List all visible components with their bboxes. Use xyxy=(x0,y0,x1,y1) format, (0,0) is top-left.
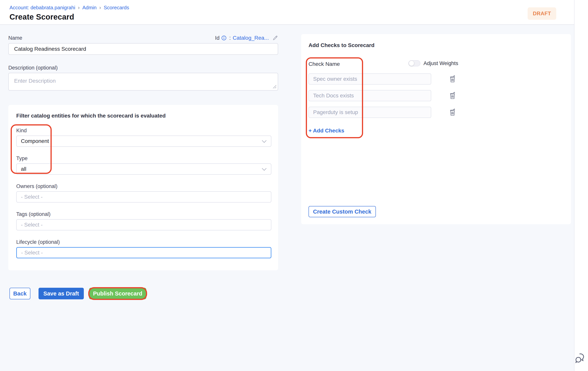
page-title: Create Scorecard xyxy=(10,13,574,21)
type-value: all xyxy=(21,166,26,172)
owners-select[interactable]: - Select - xyxy=(16,191,271,202)
trash-icon xyxy=(449,75,456,84)
breadcrumb-scorecards-link[interactable]: Scorecards xyxy=(104,5,129,11)
check-row xyxy=(308,73,564,85)
check-name-input[interactable] xyxy=(308,90,431,101)
scorecard-form: Name Id : Catalog_Rea... Description (op… xyxy=(8,35,278,299)
filter-section-title: Filter catalog entities for which the sc… xyxy=(16,113,271,119)
page-header: Account: debabrata.panigrahi › Admin › S… xyxy=(0,0,574,25)
kind-field: Kind Component xyxy=(16,127,271,147)
chevron-down-icon xyxy=(262,166,267,172)
scroll-gutter xyxy=(574,0,588,371)
tags-placeholder: - Select - xyxy=(21,222,42,228)
id-label: Id xyxy=(215,35,220,41)
type-label: Type xyxy=(16,156,271,161)
owners-label: Owners (optional) xyxy=(16,183,271,189)
breadcrumb-admin-link[interactable]: Admin xyxy=(82,5,97,11)
type-field: Type all xyxy=(16,156,271,175)
publish-scorecard-button[interactable]: Publish Scorecard xyxy=(89,288,146,299)
save-as-draft-button[interactable]: Save as Draft xyxy=(39,288,84,299)
trash-icon xyxy=(449,108,456,117)
check-name-column-header: Check Name xyxy=(308,61,340,67)
add-checks-card: Add Checks to Scorecard Check Name Adjus… xyxy=(301,34,571,224)
trash-icon xyxy=(449,91,456,100)
description-textarea[interactable] xyxy=(8,73,278,91)
lifecycle-label: Lifecycle (optional) xyxy=(16,239,271,245)
pencil-icon[interactable] xyxy=(272,35,278,41)
check-row xyxy=(308,107,564,118)
id-row: Id : Catalog_Rea... xyxy=(215,35,278,41)
breadcrumb-account-link[interactable]: Account: debabrata.panigrahi xyxy=(10,5,75,11)
info-icon[interactable] xyxy=(221,35,226,41)
form-actions: Back Save as Draft Publish Scorecard xyxy=(10,288,278,299)
owners-field: Owners (optional) - Select - xyxy=(16,183,271,202)
kind-dropdown[interactable]: Component xyxy=(16,136,271,147)
lifecycle-placeholder: - Select - xyxy=(21,250,43,256)
publish-button-wrap: Publish Scorecard xyxy=(89,288,146,299)
chat-bubbles-icon[interactable] xyxy=(575,352,587,364)
adjust-weights-label: Adjust Weights xyxy=(423,60,458,66)
tags-field: Tags (optional) - Select - xyxy=(16,211,271,230)
create-scorecard-page: Account: debabrata.panigrahi › Admin › S… xyxy=(0,0,588,371)
owners-placeholder: - Select - xyxy=(21,194,42,200)
status-badge: DRAFT xyxy=(528,7,556,20)
checks-card-title: Add Checks to Scorecard xyxy=(308,42,564,48)
kind-value: Component xyxy=(21,138,49,144)
chevron-down-icon xyxy=(262,138,267,144)
breadcrumb-separator: › xyxy=(78,5,80,11)
filter-card: Filter catalog entities for which the sc… xyxy=(8,105,278,270)
adjust-weights-toggle[interactable] xyxy=(408,60,420,66)
resize-handle-icon[interactable] xyxy=(273,85,277,89)
breadcrumb: Account: debabrata.panigrahi › Admin › S… xyxy=(10,5,574,11)
check-name-input[interactable] xyxy=(308,107,431,118)
kind-label: Kind xyxy=(16,127,271,134)
breadcrumb-separator: › xyxy=(99,5,101,11)
create-custom-check-button[interactable]: Create Custom Check xyxy=(308,206,376,217)
lifecycle-select[interactable]: - Select - xyxy=(16,247,271,258)
page-content: Name Id : Catalog_Rea... Description (op… xyxy=(0,25,574,371)
check-row xyxy=(308,90,564,101)
checks-header: Check Name Adjust Weights xyxy=(308,60,564,68)
name-label: Name xyxy=(8,35,22,41)
add-checks-button[interactable]: + Add Checks xyxy=(308,127,344,134)
tags-select[interactable]: - Select - xyxy=(16,219,271,230)
back-button[interactable]: Back xyxy=(10,288,30,299)
adjust-weights-group: Adjust Weights xyxy=(408,60,458,66)
toggle-knob xyxy=(409,61,414,66)
description-label: Description (optional) xyxy=(8,65,278,71)
delete-check-button[interactable] xyxy=(448,108,457,117)
name-input[interactable] xyxy=(8,43,278,55)
check-name-input[interactable] xyxy=(308,73,431,85)
delete-check-button[interactable] xyxy=(448,74,457,84)
tags-label: Tags (optional) xyxy=(16,211,271,217)
type-dropdown[interactable]: all xyxy=(16,163,271,175)
delete-check-button[interactable] xyxy=(448,91,457,100)
id-colon: : xyxy=(229,35,231,41)
lifecycle-field: Lifecycle (optional) - Select - xyxy=(16,239,271,258)
scorecard-id-link[interactable]: Catalog_Rea... xyxy=(233,35,269,41)
